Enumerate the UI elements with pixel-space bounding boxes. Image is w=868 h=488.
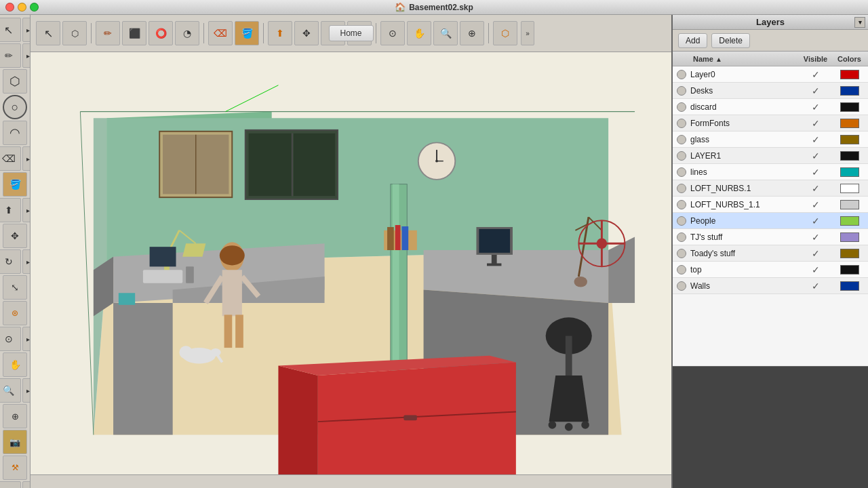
layer-visibility-checkbox[interactable]: ✓ (800, 102, 831, 113)
layer-row[interactable]: People✓ (673, 213, 868, 229)
layer-row[interactable]: Toady's stuff✓ (673, 245, 868, 262)
svg-rect-41 (235, 314, 243, 348)
color-swatch[interactable] (840, 119, 859, 128)
layer-visibility-checkbox[interactable]: ✓ (800, 216, 831, 226)
color-swatch[interactable] (840, 102, 859, 112)
panel-options-btn[interactable]: ▾ (854, 17, 865, 28)
layer-row[interactable]: FormFonts✓ (673, 115, 868, 131)
layer-visibility-checkbox[interactable]: ✓ (800, 264, 831, 275)
pan-btn[interactable]: ✋ (407, 21, 431, 45)
layer-row[interactable]: Layer0✓ (673, 66, 868, 83)
pencil-btn[interactable]: ✏ (96, 21, 120, 45)
layer-visibility-checkbox[interactable]: ✓ (800, 232, 831, 243)
minimize-button[interactable] (18, 3, 26, 12)
circle-tool[interactable]: ○ (3, 95, 27, 119)
delete-layer-button[interactable]: Delete (711, 33, 750, 48)
eraser-sub[interactable]: ▸ (22, 146, 31, 171)
layer-row[interactable]: LOFT_NURBS_1.1✓ (673, 197, 868, 213)
tape-tool[interactable]: 📐 (0, 481, 21, 488)
layer-row[interactable]: LAYER1✓ (673, 148, 868, 164)
color-swatch[interactable] (840, 281, 859, 291)
pan-tool[interactable]: ✋ (3, 352, 27, 377)
color-swatch[interactable] (840, 216, 859, 226)
layer-visibility-checkbox[interactable]: ✓ (800, 167, 831, 178)
layer-row[interactable]: lines✓ (673, 164, 868, 180)
layer-row[interactable]: TJ's stuff✓ (673, 229, 868, 245)
layer-visibility-checkbox[interactable]: ✓ (800, 69, 831, 80)
walk-tool[interactable]: ⚒ (3, 455, 27, 480)
arc-tool[interactable]: ◠ (3, 121, 27, 145)
paint-btn[interactable]: 🪣 (235, 21, 259, 45)
viewport[interactable] (31, 52, 671, 474)
rotate-tool[interactable]: ↻ (0, 249, 21, 274)
color-swatch[interactable] (840, 135, 859, 144)
move-btn[interactable]: ✥ (294, 21, 319, 45)
select-sub[interactable]: ▸ (22, 18, 31, 42)
layer-visibility-checkbox[interactable]: ✓ (800, 281, 831, 291)
layer-visibility-checkbox[interactable]: ✓ (800, 183, 831, 194)
layer-row[interactable]: LOFT_NURBS.1✓ (673, 180, 868, 197)
color-swatch[interactable] (840, 249, 859, 258)
layer-row[interactable]: Walls✓ (673, 278, 868, 294)
sections-btn[interactable]: ⬡ (493, 21, 517, 45)
color-swatch[interactable] (840, 184, 859, 193)
orbit-sub[interactable]: ▸ (22, 327, 31, 351)
layer-visibility-checkbox[interactable]: ✓ (800, 85, 831, 96)
orbit-tool[interactable]: ⊙ (0, 327, 21, 351)
arc-btn[interactable]: ◔ (175, 21, 199, 45)
push-sub[interactable]: ▸ (22, 198, 31, 222)
move-tool[interactable]: ✥ (3, 224, 27, 248)
col-name-header[interactable]: Name ▲ (673, 55, 800, 63)
component-btn[interactable]: ⬡ (62, 21, 87, 45)
layer-row[interactable]: top✓ (673, 262, 868, 278)
color-swatch[interactable] (840, 265, 859, 274)
status-bar (31, 474, 671, 488)
tape-sub[interactable]: ▸ (22, 481, 31, 488)
toolbar-sep-4 (376, 23, 376, 43)
more-tools-btn[interactable]: » (521, 21, 534, 45)
layer-row[interactable]: Desks✓ (673, 83, 868, 99)
maximize-button[interactable] (30, 3, 39, 12)
select-arrow[interactable]: ↖ (36, 21, 60, 45)
push-btn[interactable]: ⬆ (268, 21, 292, 45)
layer-visibility-checkbox[interactable]: ✓ (800, 134, 831, 145)
color-swatch[interactable] (840, 151, 859, 161)
color-swatch[interactable] (840, 200, 859, 209)
eraser-btn[interactable]: ⌫ (208, 21, 233, 45)
pencil-sub[interactable]: ▸ (22, 43, 31, 68)
layer-row[interactable]: discard✓ (673, 99, 868, 115)
select-tool[interactable]: ↖ (0, 18, 21, 42)
zoom-tool[interactable]: 🔍 (0, 378, 21, 403)
add-layer-button[interactable]: Add (678, 33, 707, 48)
zoom-btn[interactable]: 🔍 (433, 21, 458, 45)
circle-btn[interactable]: ⭕ (149, 21, 173, 45)
zoom-ext-tool[interactable]: ⊕ (3, 404, 27, 428)
layer-visibility-checkbox[interactable]: ✓ (800, 118, 831, 129)
layer-visibility-checkbox[interactable]: ✓ (800, 199, 831, 210)
layer-color-cell (831, 232, 868, 242)
paint-tool[interactable]: 🪣 (3, 172, 27, 197)
camera-tool[interactable]: 📷 (3, 430, 27, 454)
push-tool[interactable]: ⬆ (0, 198, 21, 222)
rectangle-tool[interactable]: ⬡ (3, 69, 27, 94)
color-swatch[interactable] (840, 167, 859, 177)
scale-tool[interactable]: ⤡ (3, 275, 27, 300)
layer-visibility-checkbox[interactable]: ✓ (800, 248, 831, 259)
color-swatch[interactable] (840, 232, 859, 242)
rect-btn[interactable]: ⬛ (122, 21, 146, 45)
eraser-tool[interactable]: ⌫ (0, 146, 21, 171)
panel-title: Layers (756, 17, 785, 27)
color-swatch[interactable] (840, 70, 859, 79)
pencil-tool[interactable]: ✏ (0, 43, 21, 68)
home-button[interactable]: Home (328, 25, 373, 41)
orbit-btn[interactable]: ⊙ (380, 21, 405, 45)
layer-row[interactable]: glass✓ (673, 131, 868, 148)
offset-tool[interactable]: ⊛ (3, 301, 27, 325)
zoom-sub[interactable]: ▸ (22, 378, 31, 403)
layer-color-cell (831, 200, 868, 209)
rotate-sub[interactable]: ▸ (22, 249, 31, 274)
zoomext-btn[interactable]: ⊕ (460, 21, 484, 45)
color-swatch[interactable] (840, 86, 859, 96)
layer-visibility-checkbox[interactable]: ✓ (800, 150, 831, 161)
close-button[interactable] (5, 3, 14, 12)
